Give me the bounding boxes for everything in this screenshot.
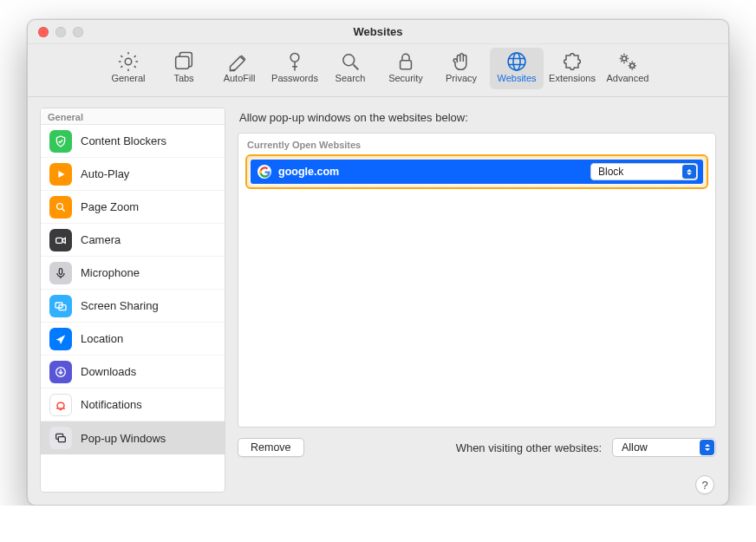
tab-label: Websites <box>497 72 536 84</box>
tab-label: AutoFill <box>224 72 256 84</box>
tab-passwords[interactable]: Passwords <box>268 48 322 89</box>
sidebar-items: Content Blockers Auto-Play Page Zoom <box>41 125 225 492</box>
tabs-icon <box>172 51 196 72</box>
svg-rect-5 <box>401 61 412 69</box>
tab-autofill[interactable]: AutoFill <box>212 48 266 89</box>
sidebar-item-location[interactable]: Location <box>41 323 225 356</box>
titlebar: Websites <box>28 20 728 44</box>
sidebar-item-label: Pop-up Windows <box>81 432 166 445</box>
default-policy-value: Allow <box>622 441 648 454</box>
gears-icon <box>616 51 640 72</box>
sidebar: General Content Blockers Auto-Play <box>40 108 225 493</box>
svg-point-0 <box>125 58 131 64</box>
websites-list: Currently Open Websites google.com Block <box>238 133 716 428</box>
screens-icon <box>49 295 72 317</box>
preferences-toolbar: General Tabs AutoFill Passwords Search <box>28 44 728 97</box>
site-setting-select[interactable]: Block <box>590 163 698 180</box>
sidebar-item-label: Auto-Play <box>81 167 129 180</box>
download-icon <box>49 361 72 383</box>
sidebar-item-label: Screen Sharing <box>81 299 159 312</box>
preferences-window: Websites General Tabs AutoFill Pass <box>27 19 729 506</box>
window-title: Websites <box>28 20 728 44</box>
chevron-up-down-icon <box>682 165 696 179</box>
tab-label: Privacy <box>446 72 477 84</box>
help-symbol: ? <box>701 479 707 492</box>
pencil-icon <box>227 51 251 72</box>
list-section-header: Currently Open Websites <box>238 134 715 154</box>
hand-icon <box>449 51 473 72</box>
tab-advanced[interactable]: Advanced <box>601 48 655 89</box>
svg-point-7 <box>513 53 520 70</box>
tab-extensions[interactable]: Extensions <box>545 48 599 89</box>
lock-icon <box>394 51 418 72</box>
gear-icon <box>116 51 140 72</box>
window-controls <box>38 27 83 37</box>
sidebar-item-auto-play[interactable]: Auto-Play <box>41 158 225 191</box>
magnifier-icon <box>49 196 72 219</box>
tab-label: Extensions <box>549 72 596 84</box>
tab-websites[interactable]: Websites <box>490 48 544 89</box>
tab-label: Advanced <box>607 72 649 84</box>
tab-privacy[interactable]: Privacy <box>434 48 488 89</box>
tab-tabs[interactable]: Tabs <box>157 48 211 89</box>
site-setting-value: Block <box>598 166 623 178</box>
google-favicon-icon <box>257 165 271 179</box>
svg-point-2 <box>290 53 299 62</box>
default-policy-select[interactable]: Allow <box>612 438 716 457</box>
windows-icon <box>49 427 72 449</box>
play-icon <box>49 163 72 186</box>
location-arrow-icon <box>49 328 72 350</box>
search-icon <box>338 51 362 72</box>
globe-icon <box>505 51 529 72</box>
svg-rect-1 <box>176 56 189 69</box>
minimize-window-button[interactable] <box>55 27 66 37</box>
svg-point-6 <box>508 53 525 70</box>
svg-line-11 <box>62 208 65 211</box>
sidebar-item-popup-windows[interactable]: Pop-up Windows <box>41 421 225 454</box>
svg-rect-12 <box>56 238 62 243</box>
remove-button[interactable]: Remove <box>238 438 304 457</box>
svg-point-8 <box>622 56 626 61</box>
tab-label: Search <box>336 72 366 84</box>
chevron-up-down-icon <box>700 440 714 455</box>
tab-label: General <box>111 72 145 84</box>
site-row-google[interactable]: google.com Block <box>251 160 703 184</box>
content-area: General Content Blockers Auto-Play <box>28 97 728 505</box>
svg-rect-13 <box>59 268 62 274</box>
tab-label: Security <box>388 72 423 84</box>
bell-icon <box>49 394 72 416</box>
sidebar-item-notifications[interactable]: Notifications <box>41 389 225 421</box>
close-window-button[interactable] <box>38 27 49 37</box>
sidebar-item-label: Location <box>81 332 123 345</box>
camera-icon <box>49 229 72 251</box>
microphone-icon <box>49 262 72 284</box>
sidebar-item-label: Content Blockers <box>81 134 166 147</box>
sidebar-item-screen-sharing[interactable]: Screen Sharing <box>41 290 225 323</box>
sidebar-item-camera[interactable]: Camera <box>41 224 225 257</box>
sidebar-item-downloads[interactable]: Downloads <box>41 356 225 389</box>
sidebar-item-page-zoom[interactable]: Page Zoom <box>41 191 225 224</box>
footer-row: Remove When visiting other websites: All… <box>238 438 716 457</box>
main-heading: Allow pop-up windows on the websites bel… <box>239 111 716 124</box>
sidebar-item-label: Notifications <box>81 398 142 411</box>
sidebar-item-label: Microphone <box>81 266 140 279</box>
sidebar-item-microphone[interactable]: Microphone <box>41 257 225 290</box>
tab-general[interactable]: General <box>101 48 155 89</box>
svg-line-4 <box>354 65 359 70</box>
site-domain: google.com <box>278 166 583 178</box>
puzzle-icon <box>560 51 584 72</box>
sidebar-item-label: Camera <box>81 233 121 246</box>
highlighted-row: google.com Block <box>245 154 708 189</box>
main-panel: Allow pop-up windows on the websites bel… <box>238 108 716 493</box>
tab-label: Tabs <box>173 72 193 84</box>
zoom-window-button[interactable] <box>73 27 83 37</box>
tab-search[interactable]: Search <box>323 48 377 89</box>
help-button[interactable]: ? <box>695 475 714 494</box>
svg-rect-18 <box>58 437 65 442</box>
tab-security[interactable]: Security <box>379 48 433 89</box>
tab-label: Passwords <box>271 72 318 84</box>
shield-check-icon <box>49 130 72 153</box>
svg-point-3 <box>343 55 355 66</box>
sidebar-item-content-blockers[interactable]: Content Blockers <box>41 125 225 158</box>
key-icon <box>283 51 307 72</box>
